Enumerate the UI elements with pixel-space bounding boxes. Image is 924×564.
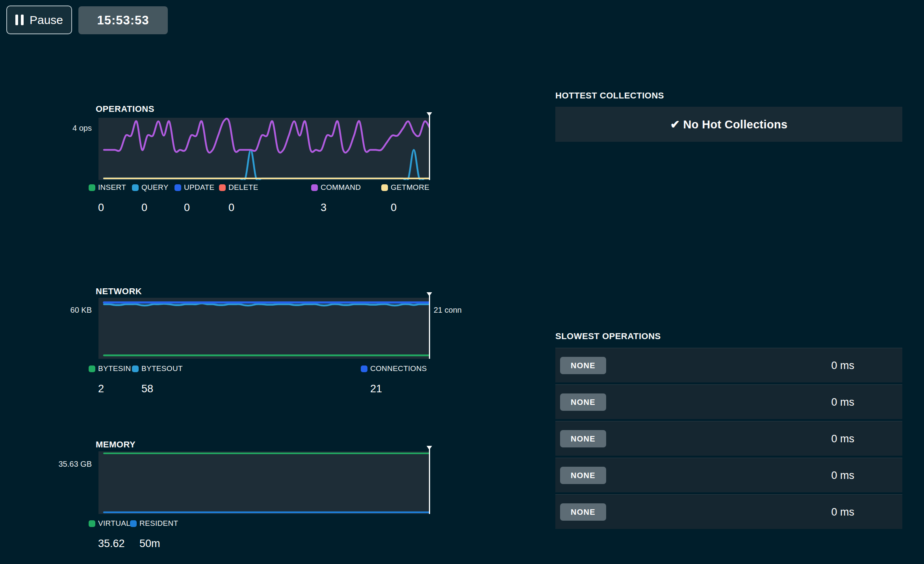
operation-namespace-badge: NONE bbox=[560, 357, 606, 374]
operation-duration: 0 ms bbox=[831, 495, 854, 529]
slowest-operations-list: NONE0 msNONE0 msNONE0 msNONE0 msNONE0 ms bbox=[555, 348, 902, 531]
legend-item-getmore: GETMORE0 bbox=[381, 183, 429, 214]
getmore-legend-swatch bbox=[381, 184, 388, 191]
slowest-operation-row: NONE0 ms bbox=[555, 348, 902, 382]
virtual-current-value: 35.62 bbox=[98, 538, 130, 550]
legend-label: DELETE bbox=[228, 183, 258, 192]
memory-chart-title: MEMORY bbox=[96, 440, 135, 450]
virtual-legend-swatch bbox=[89, 520, 95, 527]
hottest-collections-title: HOTTEST COLLECTIONS bbox=[555, 91, 664, 101]
legend-label: VIRTUAL bbox=[98, 519, 130, 528]
pause-icon bbox=[15, 15, 24, 25]
clock-display: 15:53:53 bbox=[78, 6, 168, 34]
bytesout-legend-swatch bbox=[132, 365, 139, 372]
query-series-line bbox=[104, 150, 430, 180]
update-current-value: 0 bbox=[184, 202, 214, 214]
delete-legend-swatch bbox=[219, 184, 226, 191]
memory-plot bbox=[98, 451, 430, 514]
legend-item-delete: DELETE0 bbox=[219, 183, 258, 214]
operation-namespace-badge: NONE bbox=[560, 393, 606, 411]
operation-duration: 0 ms bbox=[831, 458, 854, 493]
time-cursor-line bbox=[429, 295, 430, 359]
legend-item-command: COMMAND3 bbox=[311, 183, 361, 214]
time-cursor-line bbox=[429, 115, 430, 180]
time-cursor-caret bbox=[427, 446, 432, 450]
operation-namespace-badge: NONE bbox=[560, 503, 606, 521]
network-chart-title: NETWORK bbox=[96, 286, 142, 297]
network-plot bbox=[98, 298, 430, 359]
legend-item-bytesout: BYTESOUT58 bbox=[132, 364, 183, 395]
operation-duration: 0 ms bbox=[831, 348, 854, 383]
legend-label: QUERY bbox=[141, 183, 169, 192]
legend-item-virtual: VIRTUAL35.62 bbox=[89, 519, 130, 550]
legend-label: CONNECTIONS bbox=[370, 364, 427, 373]
insert-current-value: 0 bbox=[98, 202, 126, 214]
network-y-axis-label: 60 KB bbox=[24, 306, 92, 315]
resident-legend-swatch bbox=[130, 520, 137, 527]
time-cursor-line bbox=[429, 449, 430, 514]
time-cursor-caret bbox=[427, 292, 432, 296]
network-chart-svg bbox=[98, 298, 430, 359]
connections-legend-swatch bbox=[361, 365, 367, 372]
query-current-value: 0 bbox=[141, 202, 169, 214]
legend-label: UPDATE bbox=[184, 183, 214, 192]
operation-duration: 0 ms bbox=[831, 385, 854, 419]
network-right-axis-label: 21 conn bbox=[434, 306, 462, 315]
legend-item-resident: RESIDENT50m bbox=[130, 519, 178, 550]
pause-button[interactable]: Pause bbox=[6, 6, 72, 34]
insert-legend-swatch bbox=[89, 184, 95, 191]
update-legend-swatch bbox=[174, 184, 181, 191]
command-series-line bbox=[104, 119, 430, 152]
legend-item-connections: CONNECTIONS21 bbox=[361, 364, 427, 395]
legend-label: GETMORE bbox=[391, 183, 429, 192]
operations-chart-svg bbox=[98, 118, 430, 180]
operation-duration: 0 ms bbox=[831, 421, 854, 456]
legend-item-bytesin: BYTESIN2 bbox=[89, 364, 131, 395]
resident-current-value: 50m bbox=[139, 538, 178, 550]
legend-label: INSERT bbox=[98, 183, 126, 192]
no-hot-collections-message: ✔ No Hot Collections bbox=[670, 118, 788, 131]
slowest-operations-title: SLOWEST OPERATIONS bbox=[555, 331, 661, 341]
connections-current-value: 21 bbox=[370, 383, 427, 395]
memory-y-axis-label: 35.63 GB bbox=[24, 460, 92, 469]
operations-chart-title: OPERATIONS bbox=[96, 104, 154, 114]
operations-y-axis-label: 4 ops bbox=[24, 124, 92, 133]
bytesin-legend-swatch bbox=[89, 365, 95, 372]
clock-time: 15:53:53 bbox=[97, 13, 149, 28]
slowest-operation-row: NONE0 ms bbox=[555, 458, 902, 492]
bytesout-series-line bbox=[104, 303, 430, 305]
slowest-operation-row: NONE0 ms bbox=[555, 421, 902, 456]
memory-chart-svg bbox=[98, 451, 430, 514]
bytesout-current-value: 58 bbox=[141, 383, 183, 395]
operation-namespace-badge: NONE bbox=[560, 430, 606, 447]
time-cursor-caret bbox=[427, 112, 432, 116]
legend-item-insert: INSERT0 bbox=[89, 183, 126, 214]
legend-label: BYTESOUT bbox=[141, 364, 183, 373]
command-current-value: 3 bbox=[321, 202, 361, 214]
pause-button-label: Pause bbox=[30, 13, 63, 27]
legend-label: RESIDENT bbox=[139, 519, 178, 528]
query-legend-swatch bbox=[132, 184, 139, 191]
performance-dashboard: { "toolbar": { "pause_label": "Pause", "… bbox=[0, 0, 924, 564]
slowest-operation-row: NONE0 ms bbox=[555, 494, 902, 529]
legend-item-update: UPDATE0 bbox=[174, 183, 214, 214]
legend-item-query: QUERY0 bbox=[132, 183, 169, 214]
hottest-collections-panel: ✔ No Hot Collections bbox=[555, 107, 902, 142]
slowest-operation-row: NONE0 ms bbox=[555, 384, 902, 419]
bytesin-current-value: 2 bbox=[98, 383, 131, 395]
delete-current-value: 0 bbox=[228, 202, 258, 214]
operation-namespace-badge: NONE bbox=[560, 467, 606, 484]
legend-label: COMMAND bbox=[321, 183, 361, 192]
getmore-current-value: 0 bbox=[391, 202, 429, 214]
command-legend-swatch bbox=[311, 184, 318, 191]
operations-plot bbox=[98, 118, 430, 180]
legend-label: BYTESIN bbox=[98, 364, 131, 373]
